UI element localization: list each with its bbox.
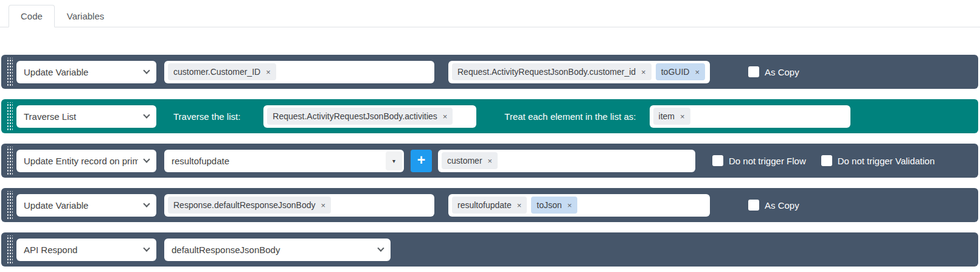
function-tag: toJson × xyxy=(531,197,577,214)
source-value-input[interactable]: Request.ActivityRequestJsonBody.customer… xyxy=(448,61,710,83)
drag-handle-icon[interactable] xyxy=(6,58,13,86)
checkbox-label: Do not trigger Validation xyxy=(838,156,935,166)
remove-tag-icon[interactable]: × xyxy=(695,68,700,76)
plus-icon: + xyxy=(417,153,425,167)
tab-bar: Code Variables xyxy=(0,0,980,27)
tag-label: customer.Customer_ID xyxy=(173,67,260,77)
action-select[interactable]: Update Entity record on prima xyxy=(16,150,156,172)
result-variable-combobox[interactable]: resultofupdate ▾ xyxy=(164,150,404,172)
action-select-value: Update Variable xyxy=(24,67,138,77)
remove-tag-icon[interactable]: × xyxy=(517,201,522,209)
remove-tag-icon[interactable]: × xyxy=(680,113,685,120)
as-copy-checkbox[interactable]: As Copy xyxy=(748,200,799,211)
drag-handle-icon[interactable] xyxy=(6,102,13,130)
source-value-input[interactable]: resultofupdate × toJson × xyxy=(448,194,710,217)
tab-code[interactable]: Code xyxy=(9,5,55,27)
action-select[interactable]: Update Variable xyxy=(16,194,156,217)
response-body-select[interactable]: defaultResponseJsonBody xyxy=(164,239,391,261)
drag-handle-icon[interactable] xyxy=(6,191,13,219)
step-row-update-variable-1: Update Variable customer.Customer_ID × R… xyxy=(1,55,978,89)
chevron-down-icon xyxy=(143,200,150,207)
chevron-down-icon xyxy=(143,67,150,74)
remove-tag-icon[interactable]: × xyxy=(443,113,448,120)
remove-tag-icon[interactable]: × xyxy=(266,68,271,76)
workflow-code-editor: Code Variables Update Variable customer.… xyxy=(0,0,980,272)
tag-label: toGUID xyxy=(661,67,690,77)
target-variable-input[interactable]: customer.Customer_ID × xyxy=(164,61,434,83)
target-variable-input[interactable]: Response.defaultResponseJsonBody × xyxy=(164,194,434,217)
variable-tag: Request.ActivityRequestJsonBody.activiti… xyxy=(267,108,453,125)
checkbox-box[interactable] xyxy=(821,155,832,166)
drag-handle-icon[interactable] xyxy=(6,235,13,263)
action-select[interactable]: Update Variable xyxy=(16,61,156,83)
step-row-traverse-list: Traverse List Traverse the list: Request… xyxy=(1,99,978,133)
checkbox-label: Do not trigger Flow xyxy=(729,156,806,166)
chevron-down-icon xyxy=(143,156,150,162)
add-variable-button[interactable]: + xyxy=(411,150,432,172)
variable-tag: item × xyxy=(653,108,690,125)
variable-tag: customer.Customer_ID × xyxy=(168,63,276,80)
combobox-value: resultofupdate xyxy=(172,156,229,166)
action-select-value: Traverse List xyxy=(24,111,138,122)
variable-tag: Response.defaultResponseJsonBody × xyxy=(168,197,331,214)
chevron-down-icon xyxy=(143,111,150,118)
do-not-trigger-validation-checkbox[interactable]: Do not trigger Validation xyxy=(821,155,935,166)
remove-tag-icon[interactable]: × xyxy=(568,201,572,209)
step-row-update-variable-2: Update Variable Response.defaultResponse… xyxy=(1,188,978,222)
checkbox-label: As Copy xyxy=(765,67,799,77)
workflow-steps: Update Variable customer.Customer_ID × R… xyxy=(0,27,980,267)
do-not-trigger-flow-checkbox[interactable]: Do not trigger Flow xyxy=(712,155,806,166)
remove-tag-icon[interactable]: × xyxy=(321,201,326,209)
checkbox-box[interactable] xyxy=(712,155,723,166)
action-select[interactable]: API Respond xyxy=(16,239,156,261)
tag-label: customer xyxy=(447,156,482,166)
list-source-input[interactable]: Request.ActivityRequestJsonBody.activiti… xyxy=(263,105,476,128)
chevron-down-icon xyxy=(377,245,384,251)
action-select-value: Update Entity record on prima xyxy=(24,156,138,166)
action-select-value: API Respond xyxy=(24,245,138,255)
variable-tag: Request.ActivityRequestJsonBody.customer… xyxy=(452,63,652,80)
step-row-update-entity: Update Entity record on prima resultofup… xyxy=(1,144,978,178)
action-select-value: Update Variable xyxy=(24,200,138,211)
as-copy-checkbox[interactable]: As Copy xyxy=(748,66,799,77)
variable-tag: customer × xyxy=(442,152,498,169)
tag-label: item xyxy=(659,111,675,121)
dropdown-arrow-icon: ▾ xyxy=(392,158,395,164)
remove-tag-icon[interactable]: × xyxy=(488,157,493,165)
checkbox-label: As Copy xyxy=(765,200,799,211)
chevron-down-icon xyxy=(143,245,150,251)
function-tag: toGUID × xyxy=(656,63,705,80)
remove-tag-icon[interactable]: × xyxy=(641,68,646,76)
tag-label: Request.ActivityRequestJsonBody.activiti… xyxy=(273,111,437,121)
step-row-api-respond: API Respond defaultResponseJsonBody xyxy=(1,232,978,267)
entity-input[interactable]: customer × xyxy=(438,150,695,172)
checkbox-box[interactable] xyxy=(748,200,759,211)
tab-variables[interactable]: Variables xyxy=(55,5,116,27)
combobox-dropdown-button[interactable]: ▾ xyxy=(386,152,402,170)
tag-label: Request.ActivityRequestJsonBody.customer… xyxy=(457,67,636,77)
element-alias-input[interactable]: item × xyxy=(650,105,850,128)
drag-handle-icon[interactable] xyxy=(6,147,13,175)
checkbox-box[interactable] xyxy=(748,66,759,77)
response-body-select-value: defaultResponseJsonBody xyxy=(172,245,372,255)
variable-tag: resultofupdate × xyxy=(452,197,527,214)
element-alias-label: Treat each element in the list as: xyxy=(504,111,636,122)
traverse-list-label: Traverse the list: xyxy=(173,111,240,122)
tag-label: Response.defaultResponseJsonBody xyxy=(173,200,316,210)
tag-label: toJson xyxy=(537,200,561,210)
action-select[interactable]: Traverse List xyxy=(16,105,156,128)
tag-label: resultofupdate xyxy=(457,200,512,210)
